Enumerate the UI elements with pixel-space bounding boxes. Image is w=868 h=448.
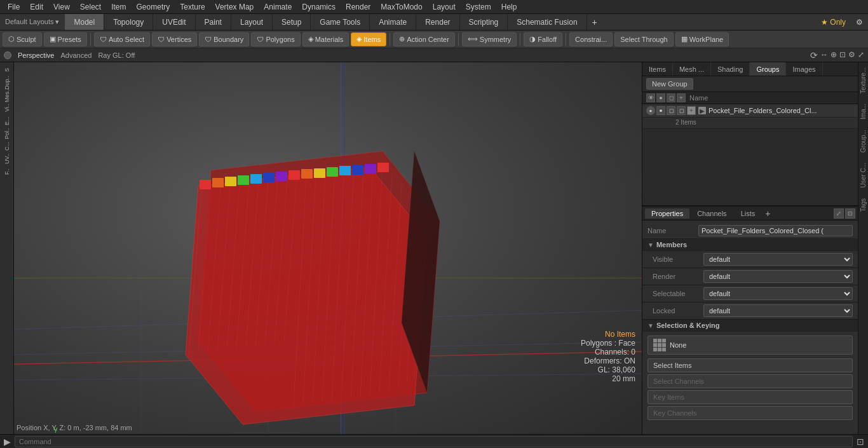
col-lock-icon[interactable]: + <box>677 93 686 102</box>
left-tool-3[interactable]: Vi.. <box>1 102 13 114</box>
prop-selectable-select[interactable]: default <box>703 287 853 300</box>
mode-schematic[interactable]: Schematic Fusion <box>508 14 587 30</box>
tab-items[interactable]: Items <box>642 62 673 76</box>
sculpt-button[interactable]: ⬡ Sculpt <box>3 32 42 46</box>
group-expand2-icon[interactable]: + <box>687 106 696 115</box>
menu-animate[interactable]: Animate <box>259 1 297 13</box>
props-tab-properties[interactable]: Properties <box>645 208 689 219</box>
mode-setup[interactable]: Setup <box>273 14 311 30</box>
star-button[interactable]: ★ Only <box>816 16 851 29</box>
menu-select[interactable]: Select <box>75 1 106 13</box>
mode-gametools[interactable]: Game Tools <box>311 14 370 30</box>
auto-select-button[interactable]: 🛡 Auto Select <box>94 32 150 46</box>
vp-fit-icon[interactable]: ⊡ <box>839 50 846 60</box>
bottom-arrow-button[interactable]: ▶ <box>4 437 11 447</box>
menu-help[interactable]: Help <box>496 1 522 13</box>
menu-file[interactable]: File <box>3 1 25 13</box>
props-detach-icon[interactable]: ⊡ <box>845 208 855 219</box>
mode-topology[interactable]: Topology <box>104 14 153 30</box>
menu-system[interactable]: System <box>461 1 496 13</box>
group-list-item[interactable]: ● ● ◻ ◻ + ▶ Pocket_File_Folders_Colored_… <box>642 104 858 118</box>
group-vis-icon[interactable]: ◻ <box>667 106 675 115</box>
menu-geometry[interactable]: Geometry <box>132 1 175 13</box>
layout-dropdown[interactable]: Default Layouts ▾ <box>0 17 65 27</box>
menu-vertex-map[interactable]: Vertex Map <box>210 1 259 13</box>
edge-tab-tags[interactable]: Tags <box>858 193 868 217</box>
mode-paint[interactable]: Paint <box>196 14 231 30</box>
vp-orbit-icon[interactable]: ⟳ <box>810 50 818 60</box>
select-channels-button[interactable]: Select Channels <box>648 374 853 388</box>
vertices-button[interactable]: 🛡 Vertices <box>152 32 197 46</box>
left-tool-6[interactable]: C... <box>1 140 13 152</box>
group-eye-icon[interactable]: ● <box>646 106 655 115</box>
group-collapse-icon[interactable]: ▶ <box>698 107 706 114</box>
col-eye-icon[interactable]: 👁 <box>646 93 655 102</box>
left-tool-8[interactable]: F.. <box>1 166 13 177</box>
left-tool-7[interactable]: UV.. <box>1 153 13 165</box>
mode-uvedit[interactable]: UVEdit <box>153 14 195 30</box>
selkey-section-header[interactable]: ▼ Selection & Keying <box>642 320 858 332</box>
menu-render[interactable]: Render <box>341 1 376 13</box>
vp-pan-icon[interactable]: ↔ <box>820 50 828 60</box>
key-channels-button[interactable]: Key Channels <box>648 406 853 420</box>
workplane-button[interactable]: ▦ WorkPlane <box>675 32 729 46</box>
add-mode-button[interactable]: + <box>587 15 602 29</box>
symmetry-button[interactable]: ⟺ Symmetry <box>462 32 517 46</box>
menu-maxtomodo[interactable]: MaxToModo <box>376 1 427 13</box>
menu-edit[interactable]: Edit <box>25 1 48 13</box>
edge-tab-ima[interactable]: Ima... <box>858 98 868 125</box>
props-tab-add-button[interactable]: + <box>763 208 773 219</box>
tab-groups[interactable]: Groups <box>750 62 786 76</box>
select-through-button[interactable]: Select Through <box>614 32 673 46</box>
command-search-icon[interactable]: ⊡ <box>857 437 864 447</box>
tab-mesh[interactable]: Mesh ... <box>673 62 711 76</box>
group-render-icon[interactable]: ● <box>656 106 665 115</box>
materials-button[interactable]: ◈ Materials <box>302 32 349 46</box>
viewport[interactable]: X Y Z No Items Polygons : Face Channels:… <box>14 62 642 434</box>
members-section-header[interactable]: ▼ Members <box>642 239 858 251</box>
tab-shading[interactable]: Shading <box>711 62 750 76</box>
prop-visible-select[interactable]: default <box>703 253 853 266</box>
props-tab-lists[interactable]: Lists <box>735 208 762 219</box>
mode-scripting[interactable]: Scripting <box>460 14 508 30</box>
key-items-button[interactable]: Key Items <box>648 390 853 404</box>
left-tool-1[interactable]: Dup.. <box>1 77 13 88</box>
boundary-button[interactable]: 🛡 Boundary <box>199 32 249 46</box>
mode-layout[interactable]: Layout <box>231 14 273 30</box>
col-vis-icon[interactable]: ◻ <box>667 93 675 102</box>
left-tool-0[interactable]: S <box>1 64 13 76</box>
mode-model[interactable]: Model <box>65 14 105 30</box>
menu-view[interactable]: View <box>48 1 75 13</box>
vp-settings-icon[interactable]: ⚙ <box>848 50 855 60</box>
edge-tab-texture[interactable]: Texture... <box>858 62 868 98</box>
command-input[interactable] <box>15 436 853 447</box>
items-button[interactable]: ◈ Items <box>351 32 386 46</box>
menu-item[interactable]: Item <box>106 1 131 13</box>
vp-expand-icon[interactable]: ⤢ <box>858 50 864 60</box>
falloff-button[interactable]: ◑ Falloff <box>524 32 562 46</box>
props-expand-icon[interactable]: ⤢ <box>834 208 844 219</box>
props-tab-channels[interactable]: Channels <box>691 208 733 219</box>
edge-tab-group[interactable]: Group... <box>858 125 868 158</box>
vp-zoom-icon[interactable]: ⊕ <box>831 50 837 60</box>
col-render-icon[interactable]: ● <box>656 93 665 102</box>
left-tool-4[interactable]: E... <box>1 115 13 126</box>
menu-texture[interactable]: Texture <box>175 1 210 13</box>
prop-locked-select[interactable]: default <box>703 304 853 317</box>
constraints-button[interactable]: Constrai... <box>569 32 613 46</box>
presets-button[interactable]: ▣ Presets <box>44 32 87 46</box>
edge-tab-userc[interactable]: User C... <box>858 158 868 193</box>
new-group-button[interactable]: New Group <box>646 78 693 90</box>
prop-name-input[interactable] <box>698 225 853 236</box>
settings-button[interactable]: ⚙ <box>851 16 868 29</box>
select-items-button[interactable]: Select Items <box>648 358 853 372</box>
prop-render-select[interactable]: default <box>703 270 853 283</box>
tab-images[interactable]: Images <box>786 62 822 76</box>
left-tool-5[interactable]: Pol.. <box>1 128 13 139</box>
left-tool-2[interactable]: Mes.. <box>1 90 13 101</box>
mode-render[interactable]: Render <box>416 14 459 30</box>
menu-layout[interactable]: Layout <box>428 1 461 13</box>
polygons-button[interactable]: 🛡 Polygons <box>251 32 300 46</box>
menu-dynamics[interactable]: Dynamics <box>297 1 341 13</box>
action-center-button[interactable]: ⊕ Action Center <box>393 32 455 46</box>
